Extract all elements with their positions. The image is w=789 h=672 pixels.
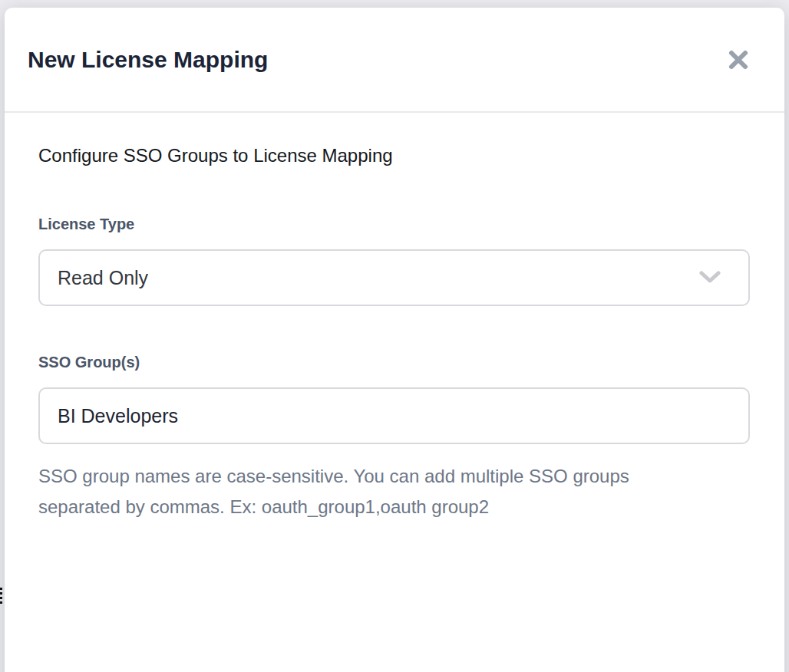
sso-groups-help-text: SSO group names are case-sensitive. You … (38, 461, 700, 522)
modal-description: Configure SSO Groups to License Mapping (38, 145, 750, 166)
list-dash (0, 592, 2, 595)
list-dash (0, 601, 2, 604)
modal-header: New License Mapping (5, 8, 784, 113)
page-backdrop: New License Mapping Configure SSO Groups… (0, 0, 789, 672)
close-button[interactable] (723, 44, 754, 75)
sso-groups-label: SSO Group(s) (38, 354, 750, 371)
new-license-mapping-modal: New License Mapping Configure SSO Groups… (5, 8, 784, 672)
list-dash (0, 588, 2, 590)
x-close-icon (728, 49, 749, 71)
chevron-down-icon (699, 271, 721, 285)
sso-groups-input[interactable] (38, 387, 750, 444)
modal-title: New License Mapping (28, 47, 268, 73)
license-type-label: License Type (38, 216, 750, 233)
license-type-selected-value: Read Only (58, 267, 148, 289)
modal-body: Configure SSO Groups to License Mapping … (5, 113, 784, 522)
sso-groups-field: SSO Group(s) SSO group names are case-se… (38, 354, 750, 522)
background-list-icon-fragment (0, 588, 2, 604)
license-type-select[interactable]: Read Only (38, 249, 750, 306)
list-dash (0, 597, 2, 599)
license-type-field: License Type Read Only (38, 216, 750, 306)
